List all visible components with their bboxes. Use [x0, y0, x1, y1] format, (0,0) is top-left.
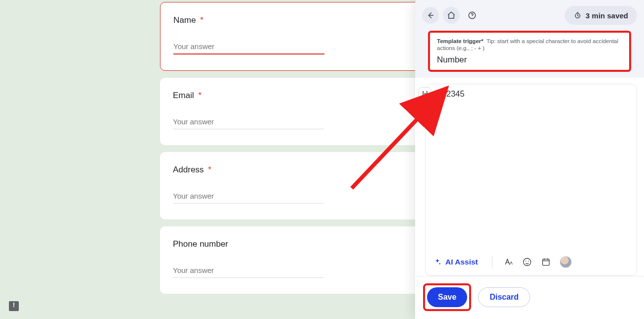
answer-input-address[interactable] [173, 190, 324, 204]
trigger-title: Template trigger* [437, 38, 483, 44]
stopwatch-icon [574, 11, 582, 19]
editor-content[interactable]: O12345 [426, 84, 637, 103]
back-button[interactable] [422, 7, 439, 24]
help-button[interactable] [464, 7, 481, 24]
ai-assist-button[interactable]: AI Assist [433, 258, 478, 266]
calendar-button[interactable] [541, 257, 551, 267]
trigger-value: Number [437, 55, 622, 65]
svg-rect-11 [542, 259, 549, 266]
save-button[interactable]: Save [427, 287, 467, 307]
editor-toolbar: AI Assist [426, 251, 637, 275]
question-label-text: Phone number [173, 239, 228, 249]
variable-chip-icon[interactable] [419, 87, 431, 100]
question-label-text: Address [173, 165, 204, 174]
ai-assist-label: AI Assist [445, 258, 478, 266]
template-editor[interactable]: O12345 AI Assist [425, 84, 637, 276]
svg-point-10 [528, 261, 529, 262]
svg-point-8 [523, 259, 531, 266]
svg-point-3 [472, 17, 473, 17]
answer-input-email[interactable] [173, 115, 324, 129]
emoji-button[interactable] [522, 257, 532, 267]
home-button[interactable] [443, 7, 460, 24]
panel-footer: Save Discard [415, 276, 644, 319]
time-saved-pill: 3 min saved [565, 6, 637, 25]
time-saved-text: 3 min saved [586, 11, 628, 20]
panel-header: 3 min saved Template trigger* Tip: start… [415, 0, 644, 78]
save-highlight: Save [423, 283, 471, 311]
required-asterisk: * [200, 15, 204, 25]
required-asterisk: * [198, 91, 202, 100]
required-asterisk: * [208, 165, 212, 174]
avatar[interactable] [560, 256, 572, 268]
discard-button[interactable]: Discard [478, 287, 530, 307]
feedback-icon[interactable] [9, 301, 19, 311]
trigger-meta: Template trigger* Tip: start with a spec… [437, 38, 622, 52]
answer-input-name[interactable] [173, 40, 324, 54]
separator [492, 256, 492, 268]
question-label-text: Email [173, 91, 194, 100]
template-trigger-box[interactable]: Template trigger* Tip: start with a spec… [428, 31, 631, 72]
svg-point-9 [525, 261, 526, 262]
answer-input-phone[interactable] [173, 264, 324, 278]
sparkle-icon [433, 258, 441, 266]
side-panel: 3 min saved Template trigger* Tip: start… [415, 0, 644, 319]
text-format-button[interactable] [503, 257, 513, 267]
question-label-text: Name [173, 15, 196, 25]
